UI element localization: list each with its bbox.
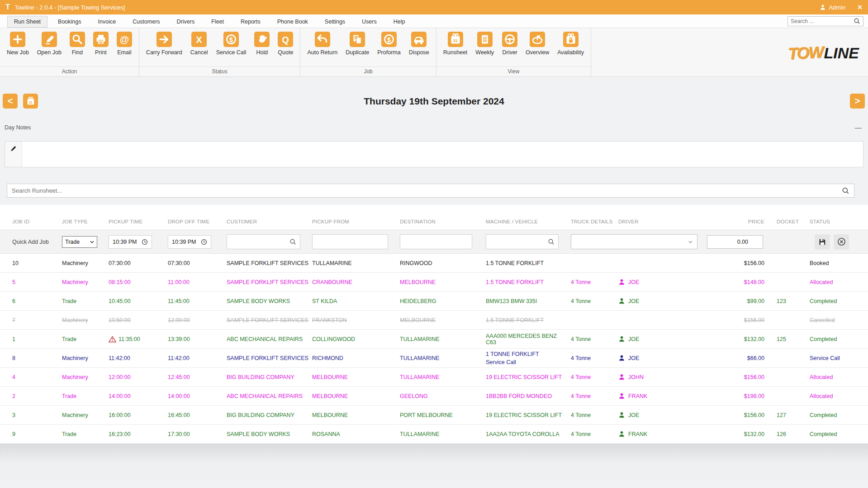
ribbon-toolbar: New JobOpen JobFindPrint@EmailActionCarr… (0, 28, 868, 77)
job-row-4[interactable]: 4Machinery12:00:0012:45:00BIG BUILDING C… (0, 368, 868, 387)
runsheet-button[interactable]: 31Runsheet (439, 32, 472, 56)
pickup-from: CRANBOURNE (312, 279, 400, 285)
previous-day-button[interactable]: < (3, 94, 18, 109)
runsheet-table: JOB IDJOB TYPEPICKUP TIMEDROP OFF TIMECU… (0, 205, 868, 444)
quick-add-driver-select[interactable] (571, 234, 697, 249)
quick-add-machine-input[interactable] (490, 239, 548, 245)
driver-button[interactable]: Driver (498, 32, 522, 56)
quick-add-pickup-from-field[interactable] (312, 234, 388, 249)
close-icon[interactable]: ✕ (857, 4, 863, 11)
dispose-button[interactable]: $Dispose (405, 32, 433, 56)
job-type: Machinery (62, 279, 109, 285)
job-row-10[interactable]: 10Machinery07:30:0007:30:00SAMPLE FORKLI… (0, 254, 868, 273)
column-header-truck-details: TRUCK DETAILS (571, 218, 618, 226)
cancel-button[interactable]: XCancel (186, 32, 212, 56)
job-row-2[interactable]: 2Trade14:00:0014:00:00ABC MECHANICAL REP… (0, 387, 868, 406)
job-row-8[interactable]: 8Machinery11:42:0011:42:00SAMPLE FORKLIF… (0, 349, 868, 368)
quick-add-machine-field[interactable] (486, 234, 559, 249)
driver: JOHN (618, 374, 707, 380)
overview-button[interactable]: Overview (522, 32, 553, 56)
user-menu[interactable]: Admin (820, 4, 845, 11)
quick-add-pickup-time[interactable] (109, 235, 152, 249)
status-badge: Completed (797, 431, 868, 437)
day-notes-edit-cell[interactable] (5, 142, 22, 167)
menu-tab-settings[interactable]: Settings (318, 16, 351, 27)
svg-text:$: $ (420, 37, 422, 41)
availability-button[interactable]: Availability (553, 32, 588, 56)
hold-button[interactable]: Hold (250, 32, 274, 56)
menu-tab-bookings[interactable]: Bookings (52, 16, 87, 27)
cancel-circle-icon (837, 237, 846, 246)
steering-wheel-icon (502, 32, 517, 47)
menu-tab-fleet[interactable]: Fleet (205, 16, 230, 27)
quick-add-cancel-button[interactable] (834, 234, 849, 250)
price: $132.00 (707, 431, 764, 437)
quick-add-dropoff-time[interactable] (168, 235, 211, 249)
quick-add-destination-input[interactable] (404, 239, 468, 245)
menu-tab-run-sheet[interactable]: Run Sheet (7, 16, 47, 28)
email-button[interactable]: @Email (113, 32, 136, 56)
job-id: 8 (12, 355, 62, 361)
dropoff-time: 17:30:00 (168, 431, 227, 437)
runsheet-search-input[interactable] (12, 187, 842, 194)
quote-button[interactable]: QQuote (274, 32, 297, 56)
quick-add-destination-field[interactable] (400, 234, 472, 249)
quick-add-price-input[interactable] (707, 235, 763, 249)
carry-forward-button[interactable]: Carry Forward (142, 32, 186, 56)
day-notes-textarea[interactable] (22, 142, 863, 167)
quick-add-customer-field[interactable] (227, 234, 300, 249)
job-row-1[interactable]: 1Trade11:35:0013:39:00ABC MECHANICAL REP… (0, 330, 868, 349)
search-icon (289, 238, 296, 245)
menu-tab-reports[interactable]: Reports (234, 16, 267, 27)
menu-tab-customers[interactable]: Customers (126, 16, 166, 27)
menu-tab-phone-book[interactable]: Phone Book (271, 16, 314, 27)
price: $156.00 (707, 374, 764, 380)
dollar-circle-icon: $ (223, 32, 239, 47)
auto-return-button[interactable]: Auto Return (303, 32, 342, 56)
menu-tab-drivers[interactable]: Drivers (171, 16, 201, 27)
menu-tab-help[interactable]: Help (387, 16, 412, 27)
quick-add-pickup-time-input[interactable] (113, 239, 140, 245)
job-row-6[interactable]: 6Trade10:45:0011:45:00SAMPLE BODY WORKSS… (0, 292, 868, 311)
price: $66.00 (707, 355, 764, 361)
quick-add-customer-input[interactable] (231, 239, 289, 245)
open-job-button[interactable]: Open Job (33, 32, 66, 56)
clock-icon (201, 239, 207, 245)
find-button[interactable]: Find (66, 32, 89, 56)
job-row-5[interactable]: 5Machinery08:15:0011:00:00SAMPLE FORKLIF… (0, 273, 868, 292)
menu-tab-users[interactable]: Users (356, 16, 383, 27)
truck-details: 4 Tonne (571, 355, 618, 361)
driver-icon (618, 279, 625, 285)
global-search-input[interactable] (791, 18, 854, 24)
menu-tab-invoice[interactable]: Invoice (92, 16, 123, 27)
service-call-button[interactable]: $Service Call (212, 32, 251, 56)
pickup-time: 10:50:00 (109, 317, 168, 323)
day-notes-collapse-icon[interactable]: — (855, 125, 862, 130)
runsheet-search[interactable] (7, 184, 854, 198)
driver-icon (618, 431, 625, 437)
column-header-drop-off-time: DROP OFF TIME (168, 218, 227, 226)
search-icon (842, 187, 849, 194)
job-row-9[interactable]: 9Trade16:23:0017:30:00SAMPLE BODY WORKSR… (0, 425, 868, 444)
weekly-button[interactable]: Weekly (471, 32, 498, 56)
job-row-3[interactable]: 3Machinery16:00:0016:45:00BIG BUILDING C… (0, 406, 868, 425)
quick-add-pickup-from-input[interactable] (316, 239, 384, 245)
duplicate-button[interactable]: Duplicate (342, 32, 373, 56)
pickup-time: 11:42:00 (109, 355, 168, 361)
magnifier-icon (70, 32, 85, 47)
quick-add-job-type-select[interactable]: Trade (62, 236, 97, 248)
new-job-button[interactable]: New Job (3, 32, 33, 56)
next-day-button[interactable]: > (850, 94, 865, 109)
button-label: Dispose (409, 49, 429, 56)
svg-text:$: $ (229, 36, 233, 43)
global-search[interactable] (787, 16, 863, 26)
print-button[interactable]: Print (89, 32, 113, 56)
calendar-picker-button[interactable]: 31 (23, 94, 38, 109)
job-type: Machinery (62, 355, 109, 361)
job-row-7[interactable]: 7Machinery10:50:0012:00:00SAMPLE FORKLIF… (0, 311, 868, 330)
pickup-from: MELBOURNE (312, 412, 400, 418)
quick-add-dropoff-time-input[interactable] (172, 239, 199, 245)
job-type: Trade (62, 336, 109, 342)
proforma-button[interactable]: $Proforma (373, 32, 404, 56)
quick-add-save-button[interactable] (815, 234, 830, 250)
